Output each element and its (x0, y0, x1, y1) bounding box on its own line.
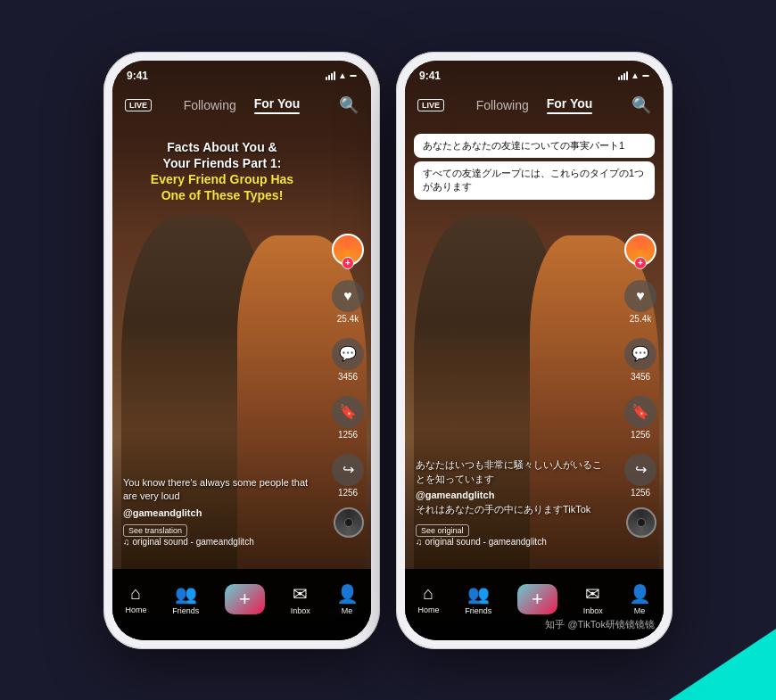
speech-bubble-container: あなたとあなたの友達についての事実パート1 すべての友達グループには、これらのタ… (414, 134, 655, 200)
nav-home[interactable]: ⌂ Home (125, 583, 146, 614)
overlay-title-line2: Your Friends Part 1: (127, 155, 318, 171)
nav-me-2[interactable]: 👤 Me (629, 583, 651, 615)
overlay-highlight-line2: One of These Types! (127, 187, 318, 203)
home-icon[interactable]: ⌂ (130, 583, 141, 604)
comment-action-2[interactable]: 💬 3456 (624, 338, 656, 382)
nav-me[interactable]: 👤 Me (336, 583, 359, 615)
overlay-text: Facts About You & Your Friends Part 1: E… (127, 139, 318, 204)
nav-friends-2[interactable]: 👥 Friends (465, 583, 491, 615)
nav-tab-for-you-2[interactable]: For You (547, 93, 593, 118)
see-original-button[interactable]: See original (416, 524, 469, 537)
battery-icon-2 (642, 75, 649, 77)
status-time-2: 9:41 (419, 70, 441, 82)
music-disc (334, 507, 364, 538)
right-sidebar-2: + ♥ 25.4k 💬 3456 🔖 1256 ↪ 1256 (624, 234, 656, 498)
heart-icon-2[interactable]: ♥ (624, 280, 656, 312)
bookmark-action[interactable]: 🔖 1256 (332, 396, 364, 440)
nav-inbox-2[interactable]: ✉ Inbox (583, 583, 603, 615)
share-count-2: 1256 (631, 488, 650, 498)
profile-action[interactable]: + (332, 234, 364, 266)
status-time: 9:41 (127, 70, 148, 82)
like-action[interactable]: ♥ 25.4k (332, 280, 364, 324)
create-button-2[interactable]: + (517, 584, 557, 614)
nav-home-2[interactable]: ⌂ Home (417, 583, 439, 614)
inbox-icon[interactable]: ✉ (293, 583, 308, 605)
sound-label-2: original sound - gameandglitch (425, 537, 547, 547)
caption-text: You know there's always some people that… (123, 476, 318, 504)
friends-label-2: Friends (465, 606, 491, 615)
like-action-2[interactable]: ♥ 25.4k (624, 280, 656, 324)
bubble-box-1: あなたとあなたの友達についての事実パート1 (414, 134, 655, 158)
home-label: Home (125, 605, 146, 614)
comment-count-2: 3456 (631, 372, 650, 382)
caption-sound-2: ♫ original sound - gameandglitch (416, 537, 610, 547)
nav-create-2[interactable]: + (517, 584, 557, 614)
home-icon-2[interactable]: ⌂ (423, 583, 433, 604)
caption-sound-text-2: それはあなたの手の中にありますTikTok (416, 503, 610, 516)
avatar-2[interactable]: + (624, 234, 656, 266)
search-icon[interactable]: 🔍 (339, 95, 359, 115)
status-icons: ▲ (326, 70, 357, 80)
nav-bar-2: LIVE Following For You 🔍 (405, 86, 664, 125)
battery-icon (350, 75, 357, 77)
follow-plus-icon[interactable]: + (342, 257, 354, 269)
nav-create[interactable]: + (225, 584, 265, 614)
follow-plus-icon-2[interactable]: + (634, 257, 647, 269)
bookmark-icon[interactable]: 🔖 (332, 396, 364, 428)
nav-tab-following-2[interactable]: Following (476, 95, 529, 116)
sound-text: original sound - gameandglitch (133, 537, 254, 547)
avatar[interactable]: + (332, 234, 364, 266)
comment-icon[interactable]: 💬 (332, 338, 364, 370)
inbox-label-2: Inbox (583, 606, 603, 615)
inbox-label: Inbox (291, 606, 310, 615)
overlay-highlight-line1: Every Friend Group Has (127, 171, 318, 187)
nav-tabs: Following For You (184, 93, 301, 118)
share-action-2[interactable]: ↪ 1256 (624, 454, 656, 498)
signal-bars (326, 71, 335, 80)
bookmark-count-2: 1256 (631, 430, 650, 440)
friends-icon[interactable]: 👥 (175, 583, 197, 605)
bookmark-icon-2[interactable]: 🔖 (624, 396, 656, 428)
me-label-2: Me (634, 606, 646, 615)
caption-username-2[interactable]: @gameandglitch (416, 490, 610, 500)
nav-live-badge[interactable]: LIVE (125, 99, 152, 111)
comment-icon-2[interactable]: 💬 (624, 338, 656, 370)
music-note-icon: ♫ (123, 537, 130, 547)
heart-icon[interactable]: ♥ (332, 280, 364, 312)
caption-username[interactable]: @gameandglitch (123, 507, 318, 518)
comment-action[interactable]: 💬 3456 (332, 338, 364, 382)
caption-sound: ♫ original sound - gameandglitch (123, 537, 318, 547)
create-button[interactable]: + (225, 584, 265, 614)
inbox-icon-2[interactable]: ✉ (585, 583, 600, 605)
overlay-title-line1: Facts About You & (127, 139, 318, 155)
profile-icon-2[interactable]: 👤 (629, 583, 651, 605)
status-bar: 9:41 ▲ (112, 61, 371, 86)
bookmark-action-2[interactable]: 🔖 1256 (624, 396, 656, 440)
nav-tab-for-you[interactable]: For You (254, 93, 301, 118)
phone-1-inner: 9:41 ▲ LIVE Following For (112, 61, 371, 640)
nav-tabs-2: Following For You (476, 93, 593, 118)
nav-tab-following[interactable]: Following (184, 95, 236, 116)
search-icon-2[interactable]: 🔍 (632, 95, 651, 115)
share-icon[interactable]: ↪ (332, 454, 364, 486)
share-icon-2[interactable]: ↪ (624, 454, 656, 486)
nav-friends[interactable]: 👥 Friends (172, 583, 199, 615)
profile-icon[interactable]: 👤 (336, 583, 359, 605)
wifi-icon-2: ▲ (631, 70, 640, 80)
nav-inbox[interactable]: ✉ Inbox (291, 583, 310, 615)
friends-icon-2[interactable]: 👥 (467, 583, 490, 605)
profile-action-2[interactable]: + (624, 234, 656, 266)
page-container: 9:41 ▲ LIVE Following For (103, 52, 673, 649)
heart-count-2: 25.4k (630, 314, 651, 324)
share-action[interactable]: ↪ 1256 (332, 454, 364, 498)
translate-button[interactable]: See translation (123, 524, 187, 537)
phone-1: 9:41 ▲ LIVE Following For (103, 52, 380, 649)
phone-2-inner: 9:41 ▲ LIVE Following For (405, 61, 664, 640)
share-count: 1256 (338, 488, 358, 498)
status-bar-2: 9:41 ▲ (405, 61, 664, 86)
comment-count: 3456 (338, 372, 358, 382)
bookmark-count: 1256 (338, 430, 358, 440)
nav-live-badge-2[interactable]: LIVE (417, 99, 444, 111)
signal-bars-2 (618, 71, 628, 80)
watermark: 知乎 @TikTok研镜镜镜镜 (545, 618, 655, 631)
